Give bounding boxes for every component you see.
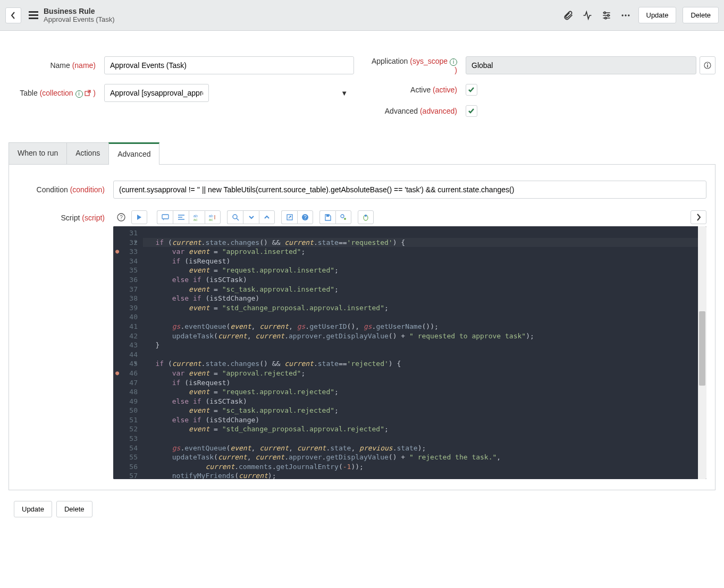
- record-name-label: Approval Events (Task): [44, 15, 115, 23]
- context-menu-icon[interactable]: [29, 10, 38, 21]
- more-actions-icon[interactable]: [619, 9, 632, 22]
- delete-button-footer[interactable]: Delete: [56, 501, 92, 517]
- svg-point-17: [233, 215, 237, 219]
- editor-scrollbar[interactable]: [698, 226, 706, 479]
- form-area: Name (name) Table (collection i ) ▼ Appl…: [0, 31, 724, 142]
- replace-icon: abac: [193, 214, 201, 221]
- tabs: When to run Actions Advanced: [9, 142, 715, 165]
- svg-point-2: [604, 17, 606, 19]
- svg-text:ab: ab: [193, 214, 198, 218]
- info-icon: [704, 62, 711, 69]
- advanced-label: Advanced (advanced): [370, 107, 466, 115]
- script-editor[interactable]: 31▼32●333435363738394041424344▼45●464748…: [113, 226, 706, 479]
- diff-icon: [340, 214, 347, 221]
- script-tree-icon: [136, 214, 143, 221]
- tab-content-advanced: Condition (condition) Script (script) ? …: [9, 165, 715, 490]
- svg-point-25: [365, 215, 367, 217]
- expand-button[interactable]: [691, 210, 706, 224]
- header-title: Business Rule Approval Events (Task): [44, 7, 115, 23]
- chevron-right-icon: [696, 214, 701, 221]
- replace-all-icon: abac: [209, 214, 216, 221]
- svg-text:?: ?: [120, 215, 123, 220]
- svg-point-1: [607, 14, 609, 16]
- attachment-icon[interactable]: [562, 9, 575, 22]
- svg-point-23: [344, 218, 346, 220]
- replace-all-button[interactable]: abac: [205, 210, 221, 224]
- svg-rect-12: [162, 215, 169, 219]
- table-select[interactable]: [104, 84, 209, 102]
- svg-point-5: [628, 14, 629, 16]
- tab-when-to-run[interactable]: When to run: [9, 142, 67, 164]
- help-icon: ?: [301, 214, 309, 221]
- scroll-thumb[interactable]: [699, 311, 705, 386]
- tab-actions[interactable]: Actions: [66, 142, 109, 164]
- search-button[interactable]: [227, 210, 243, 224]
- name-label: Name (name): [9, 61, 104, 70]
- svg-point-0: [604, 12, 605, 13]
- svg-point-22: [341, 215, 344, 218]
- toggle-comment-button[interactable]: [157, 210, 173, 224]
- bug-icon: [362, 214, 369, 221]
- update-button[interactable]: Update: [638, 7, 677, 23]
- update-button-footer[interactable]: Update: [14, 501, 52, 517]
- script-label: Script (script): [18, 210, 113, 479]
- script-toolbar: ? abac abac: [113, 210, 706, 224]
- condition-label: Condition (condition): [18, 185, 113, 194]
- question-icon: ?: [117, 213, 125, 221]
- name-input[interactable]: [104, 56, 354, 74]
- delete-button[interactable]: Delete: [683, 7, 719, 23]
- format-code-button[interactable]: [173, 210, 189, 224]
- check-icon: [468, 86, 475, 93]
- svg-text:ac: ac: [193, 218, 198, 221]
- svg-text:ac: ac: [209, 218, 213, 221]
- search-prev-button[interactable]: [259, 210, 275, 224]
- application-label: Application (sys_scope i ): [370, 57, 466, 74]
- record-type-label: Business Rule: [44, 7, 115, 15]
- svg-text:ab: ab: [209, 214, 213, 218]
- save-button[interactable]: [319, 210, 335, 224]
- svg-point-8: [707, 63, 708, 64]
- advanced-checkbox[interactable]: [466, 105, 477, 117]
- replace-button[interactable]: abac: [189, 210, 205, 224]
- comment-icon: [162, 214, 169, 220]
- active-checkbox[interactable]: [466, 84, 477, 96]
- settings-sliders-icon[interactable]: [600, 9, 613, 22]
- svg-rect-9: [707, 65, 708, 67]
- script-tree-button[interactable]: [131, 210, 147, 224]
- chevron-up-icon: [264, 214, 270, 220]
- script-debugger-button[interactable]: [358, 210, 374, 224]
- header-bar: Business Rule Approval Events (Task) Upd…: [0, 0, 724, 31]
- svg-point-3: [621, 14, 623, 16]
- chevron-left-icon: [11, 12, 16, 19]
- open-fullscreen-button[interactable]: [281, 210, 297, 224]
- format-icon: [178, 214, 185, 220]
- activity-icon[interactable]: [581, 9, 594, 22]
- active-label: Active (active): [370, 86, 466, 94]
- condition-input[interactable]: [113, 181, 706, 199]
- info-icon[interactable]: i: [450, 58, 457, 66]
- script-help-button[interactable]: ?: [113, 210, 129, 224]
- open-link-icon[interactable]: [85, 90, 91, 96]
- svg-point-4: [625, 14, 626, 16]
- check-icon: [468, 107, 475, 115]
- info-icon[interactable]: i: [75, 90, 83, 98]
- search-next-button[interactable]: [243, 210, 259, 224]
- caret-down-icon: ▼: [341, 89, 348, 97]
- back-button[interactable]: [5, 7, 21, 23]
- search-icon: [232, 214, 239, 221]
- svg-rect-21: [326, 215, 329, 217]
- fullscreen-icon: [287, 214, 293, 220]
- footer-buttons: Update Delete: [0, 490, 724, 528]
- chevron-down-icon: [248, 214, 255, 220]
- table-label: Table (collection i ): [9, 89, 104, 98]
- help-button[interactable]: ?: [297, 210, 313, 224]
- application-info-button[interactable]: [700, 56, 715, 74]
- tab-advanced[interactable]: Advanced: [108, 142, 159, 164]
- svg-text:?: ?: [304, 215, 307, 220]
- save-icon: [324, 214, 331, 221]
- application-input: [466, 56, 696, 74]
- toggle-diff-button[interactable]: [335, 210, 351, 224]
